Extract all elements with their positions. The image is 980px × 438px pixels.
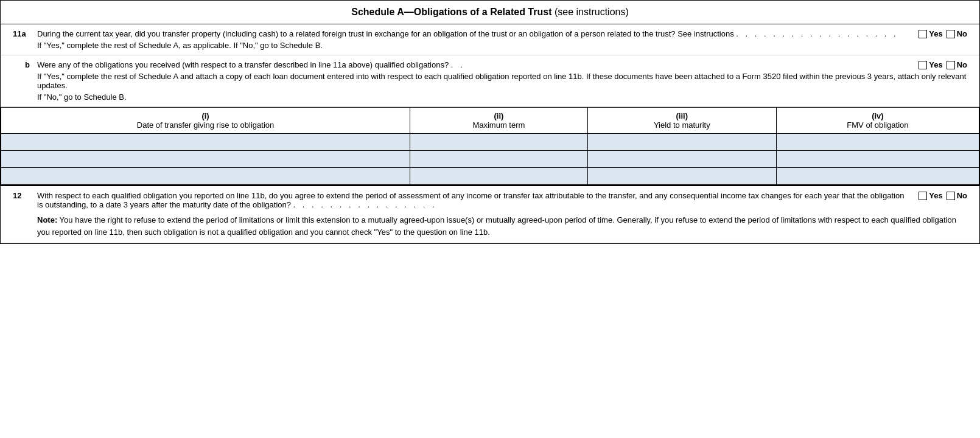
q11a-no[interactable]: No — [947, 29, 967, 38]
q11b-label: b — [13, 60, 37, 69]
table-cell-r1-c2[interactable] — [410, 134, 588, 151]
table-cell-r3-c4[interactable] — [776, 168, 979, 185]
table-cell-r1-c1[interactable] — [1, 134, 410, 151]
q11a-row: 11a During the current tax year, did you… — [13, 29, 967, 38]
title-main: Schedule A—Obligations of a Related Trus… — [351, 7, 551, 17]
q11a-no-box[interactable] — [947, 30, 955, 38]
q11b-no-label: No — [957, 60, 967, 69]
section-11a: 11a During the current tax year, did you… — [1, 24, 979, 55]
q11a-dots: . . . . . . . . . . . . . . . . . . — [736, 29, 898, 38]
table-cell-r2-c2[interactable] — [410, 151, 588, 168]
q11a-no-label: No — [957, 29, 967, 38]
q12-note: Note: You have the right to refuse to ex… — [37, 214, 967, 238]
q12-no[interactable]: No — [947, 191, 967, 200]
q11b-note1: If "Yes," complete the rest of Schedule … — [37, 72, 967, 90]
table-cell-r3-c1[interactable] — [1, 168, 410, 185]
q12-yes-label: Yes — [929, 191, 942, 200]
q11b-note2: If "No," go to Schedule B. — [37, 92, 967, 102]
q12-text: With respect to each qualified obligatio… — [37, 191, 911, 209]
table-cell-r1-c4[interactable] — [776, 134, 979, 151]
q11a-yes-box[interactable] — [919, 30, 927, 38]
q11b-no[interactable]: No — [947, 60, 967, 69]
q12-yes[interactable]: Yes — [919, 191, 942, 200]
q11b-yes[interactable]: Yes — [919, 60, 942, 69]
section-11b: b Were any of the obligations you receiv… — [1, 55, 979, 107]
col-ii-num: (ii) — [416, 111, 581, 120]
col-header-iii: (iii) Yield to maturity — [587, 108, 776, 134]
table-cell-r2-c1[interactable] — [1, 151, 410, 168]
col-iii-label: Yield to maturity — [594, 120, 770, 130]
q11b-text: Were any of the obligations you received… — [37, 60, 911, 69]
table-section: (i) Date of transfer giving rise to obli… — [1, 107, 979, 186]
q12-note-label: Note: — [37, 215, 57, 224]
q11b-checkboxes: Yes No — [919, 60, 967, 69]
q11a-label: 11a — [13, 29, 37, 38]
table-cell-r3-c3[interactable] — [587, 168, 776, 185]
table-row — [1, 168, 979, 185]
table-row — [1, 134, 979, 151]
q11a-yes-label: Yes — [929, 29, 942, 38]
q12-no-box[interactable] — [947, 192, 955, 200]
q11a-note: If "Yes," complete the rest of Schedule … — [37, 41, 967, 50]
col-iv-label: FMV of obligation — [783, 120, 973, 130]
q11a-yes[interactable]: Yes — [919, 29, 942, 38]
q12-row: 12 With respect to each qualified obliga… — [13, 191, 967, 209]
table-cell-r2-c3[interactable] — [587, 151, 776, 168]
q11b-dots: . . — [451, 60, 465, 69]
table-body — [1, 134, 979, 185]
table-cell-r2-c4[interactable] — [776, 151, 979, 168]
table-header-row: (i) Date of transfer giving rise to obli… — [1, 108, 979, 134]
obligations-table: (i) Date of transfer giving rise to obli… — [1, 107, 979, 185]
col-header-ii: (ii) Maximum term — [410, 108, 588, 134]
q12-note-text: Note: You have the right to refuse to ex… — [37, 214, 967, 238]
col-iii-num: (iii) — [594, 111, 770, 120]
q11b-row: b Were any of the obligations you receiv… — [13, 60, 967, 69]
q12-yes-box[interactable] — [919, 192, 927, 200]
table-row — [1, 151, 979, 168]
q12-no-label: No — [957, 191, 967, 200]
title-suffix: (see instructions) — [551, 7, 628, 17]
table-cell-r3-c2[interactable] — [410, 168, 588, 185]
table-cell-r1-c3[interactable] — [587, 134, 776, 151]
q11b-no-box[interactable] — [947, 61, 955, 69]
col-iv-num: (iv) — [783, 111, 973, 120]
section-12: 12 With respect to each qualified obliga… — [1, 186, 979, 243]
q12-label: 12 — [13, 191, 37, 200]
q11b-yes-label: Yes — [929, 60, 942, 69]
col-i-label: Date of transfer giving rise to obligati… — [7, 120, 404, 130]
page: Schedule A—Obligations of a Related Trus… — [0, 0, 980, 244]
col-ii-label: Maximum term — [416, 120, 581, 130]
q11a-checkboxes: Yes No — [919, 29, 967, 38]
schedule-title: Schedule A—Obligations of a Related Trus… — [1, 1, 979, 24]
col-header-iv: (iv) FMV of obligation — [776, 108, 979, 134]
q11a-text: During the current tax year, did you tra… — [37, 29, 911, 38]
col-header-i: (i) Date of transfer giving rise to obli… — [1, 108, 410, 134]
q11b-yes-box[interactable] — [919, 61, 927, 69]
q12-dots: . . . . . . . . . . . . . . . . — [293, 200, 437, 209]
q12-checkboxes: Yes No — [919, 191, 967, 200]
q12-note-body: You have the right to refuse to extend t… — [37, 215, 956, 237]
col-i-num: (i) — [7, 111, 404, 120]
